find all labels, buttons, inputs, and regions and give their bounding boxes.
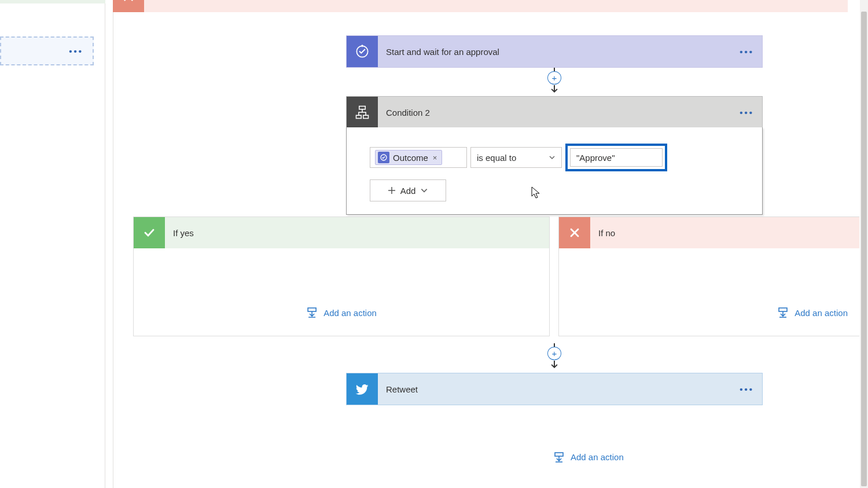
left-partial-column: ••• [0, 0, 105, 488]
connector: + [546, 68, 562, 94]
svg-rect-1 [359, 107, 366, 109]
scrollbar-thumb[interactable] [861, 12, 867, 486]
if-yes-branch: If yes Add an action [133, 217, 550, 336]
if-no-header: If no [559, 217, 859, 248]
x-icon [113, 0, 144, 12]
condition-value-text: "Approve" [576, 153, 615, 163]
svg-rect-7 [779, 308, 787, 311]
x-icon [559, 217, 590, 248]
ellipsis-icon[interactable]: ••• [740, 47, 754, 57]
add-action-label: Add an action [571, 452, 624, 462]
svg-rect-3 [363, 115, 369, 118]
token-label: Outcome [393, 153, 428, 163]
condition-operator-select[interactable]: is equal to [470, 147, 562, 168]
if-yes-header: If yes [134, 217, 549, 248]
approval-step-title: Start and wait for an approval [386, 47, 499, 57]
retweet-step-title: Retweet [386, 384, 418, 394]
add-condition-button[interactable]: Add [370, 179, 446, 201]
connector: + [546, 343, 562, 369]
partial-if-no-header: If no [113, 0, 848, 12]
condition-step-title: Condition 2 [386, 108, 430, 118]
twitter-icon [347, 373, 378, 405]
operator-label: is equal to [477, 153, 516, 163]
add-action-icon [553, 452, 565, 463]
condition-step-card[interactable]: Condition 2 ••• [346, 96, 763, 129]
ellipsis-icon[interactable]: ••• [740, 108, 754, 118]
approval-step-card[interactable]: Start and wait for an approval ••• [346, 35, 763, 68]
if-no-branch: If no Add an action [558, 217, 859, 336]
condition-value-highlight: "Approve" [565, 144, 667, 171]
ellipsis-icon[interactable]: ••• [740, 384, 754, 394]
condition-value-input[interactable]: "Approve" [570, 148, 663, 167]
add-step-button[interactable]: + [547, 71, 561, 85]
add-label: Add [400, 186, 416, 196]
check-icon [134, 217, 165, 248]
if-yes-label: If yes [173, 228, 194, 238]
remove-token-icon[interactable]: × [433, 153, 437, 162]
chevron-down-icon [420, 186, 428, 195]
approval-token-icon [378, 152, 389, 163]
svg-rect-5 [308, 308, 316, 311]
add-action-icon [777, 307, 789, 318]
plus-icon [388, 186, 396, 195]
add-step-button[interactable]: + [547, 347, 561, 361]
flow-canvas: Start and wait for an approval ••• + Con… [113, 12, 868, 488]
vertical-scrollbar[interactable] [860, 0, 868, 488]
approval-icon [347, 36, 378, 67]
add-action-label: Add an action [323, 308, 377, 318]
condition-body: Outcome × is equal to "Approve" Add [346, 127, 763, 215]
add-action-button[interactable]: Add an action [777, 307, 848, 318]
left-placeholder-card[interactable]: ••• [0, 36, 94, 65]
retweet-step-card[interactable]: Retweet ••• [346, 373, 763, 405]
svg-rect-2 [356, 115, 362, 118]
dynamic-token-outcome[interactable]: Outcome × [375, 150, 442, 165]
add-action-button[interactable]: Add an action [306, 307, 377, 318]
condition-icon [347, 97, 378, 128]
svg-rect-9 [555, 453, 563, 456]
add-action-icon [306, 307, 318, 318]
chevron-down-icon [549, 154, 556, 161]
add-action-button[interactable]: Add an action [553, 443, 624, 471]
left-partial-header [0, 0, 105, 3]
if-no-label: If no [598, 228, 615, 238]
ellipsis-icon[interactable]: ••• [69, 46, 83, 56]
add-action-label: Add an action [795, 308, 848, 318]
condition-left-operand[interactable]: Outcome × [370, 147, 467, 168]
